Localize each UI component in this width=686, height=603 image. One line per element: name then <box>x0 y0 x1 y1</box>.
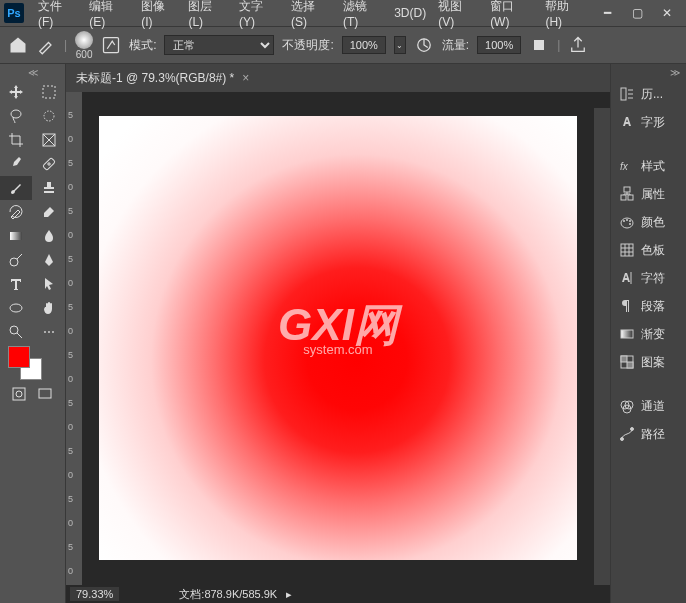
healing-tool[interactable] <box>33 152 65 176</box>
tools-collapse[interactable]: ≪ <box>0 64 65 80</box>
opacity-input[interactable] <box>342 36 386 54</box>
menu-help[interactable]: 帮助(H) <box>539 0 592 29</box>
maximize-button[interactable]: ▢ <box>622 1 652 25</box>
svg-rect-15 <box>621 88 626 100</box>
menu-3d[interactable]: 3D(D) <box>388 6 432 20</box>
stamp-tool[interactable] <box>33 176 65 200</box>
home-icon[interactable] <box>8 35 28 55</box>
zoom-level[interactable]: 79.33% <box>70 587 119 601</box>
close-button[interactable]: ✕ <box>652 1 682 25</box>
panel-gradient[interactable]: 渐变 <box>611 320 686 348</box>
quick-select-tool[interactable] <box>33 104 65 128</box>
brush-preview-dot <box>75 31 93 49</box>
panel-styles[interactable]: fx样式 <box>611 152 686 180</box>
svg-rect-17 <box>624 187 630 192</box>
menu-edit[interactable]: 编辑(E) <box>83 0 135 29</box>
crop-tool[interactable] <box>0 128 32 152</box>
share-icon[interactable] <box>568 35 588 55</box>
canvas-viewport[interactable]: GXI网 system.com <box>82 108 594 585</box>
panel-color[interactable]: 颜色 <box>611 208 686 236</box>
zoom-tool[interactable] <box>0 320 32 344</box>
color-swatches[interactable] <box>0 344 65 380</box>
type-tool[interactable] <box>0 272 32 296</box>
hand-tool[interactable] <box>33 296 65 320</box>
menu-image[interactable]: 图像(I) <box>135 0 182 29</box>
pressure-opacity-icon[interactable] <box>414 35 434 55</box>
quick-mask-icon[interactable] <box>8 384 30 404</box>
move-tool[interactable] <box>0 80 32 104</box>
gradient-tool[interactable] <box>0 224 32 248</box>
panel-glyphs[interactable]: 字形 <box>611 108 686 136</box>
blend-mode-select[interactable]: 正常 <box>164 35 274 55</box>
eyedropper-tool[interactable] <box>0 152 32 176</box>
edit-toolbar[interactable]: ⋯ <box>33 320 65 344</box>
minimize-button[interactable]: ━ <box>592 1 622 25</box>
frame-tool[interactable] <box>33 128 65 152</box>
panel-history[interactable]: 历... <box>611 80 686 108</box>
shape-tool[interactable] <box>0 296 32 320</box>
svg-point-21 <box>623 220 625 222</box>
document-tab[interactable]: 未标题-1 @ 79.3%(RGB/8#) * <box>76 70 234 87</box>
menu-view[interactable]: 视图(V) <box>432 0 484 29</box>
app-logo: Ps <box>4 3 24 23</box>
flow-label: 流量: <box>442 37 469 54</box>
eraser-tool[interactable] <box>33 200 65 224</box>
panel-paths[interactable]: 路径 <box>611 420 686 448</box>
menu-window[interactable]: 窗口(W) <box>484 0 539 29</box>
vertical-scrollbar[interactable] <box>594 108 610 585</box>
menu-select[interactable]: 选择(S) <box>285 0 337 29</box>
svg-rect-3 <box>43 86 55 98</box>
history-brush-tool[interactable] <box>0 200 32 224</box>
svg-rect-18 <box>621 195 626 200</box>
svg-rect-19 <box>628 195 633 200</box>
panel-character[interactable]: 字符 <box>611 264 686 292</box>
brush-tool-icon[interactable] <box>36 35 56 55</box>
svg-rect-14 <box>39 389 51 398</box>
dodge-tool[interactable] <box>0 248 32 272</box>
airbrush-icon[interactable] <box>529 35 549 55</box>
mode-label: 模式: <box>129 37 156 54</box>
svg-rect-29 <box>627 362 633 368</box>
svg-point-33 <box>621 438 624 441</box>
panel-channels[interactable]: 通道 <box>611 392 686 420</box>
svg-rect-25 <box>621 244 633 256</box>
menu-type[interactable]: 文字(Y) <box>233 0 285 29</box>
svg-point-11 <box>10 326 18 334</box>
svg-point-23 <box>629 220 631 222</box>
panels-collapse[interactable]: ≫ <box>611 64 686 80</box>
brush-preview[interactable]: 600 <box>75 31 93 60</box>
foreground-color-swatch[interactable] <box>8 346 30 368</box>
screen-mode-icon[interactable] <box>34 384 56 404</box>
panel-paragraph[interactable]: 段落 <box>611 292 686 320</box>
svg-text:fx: fx <box>620 161 629 172</box>
brush-tool[interactable] <box>0 176 32 200</box>
tab-close-icon[interactable]: × <box>242 71 249 85</box>
menu-layer[interactable]: 图层(L) <box>182 0 233 29</box>
doc-info[interactable]: 文档:878.9K/585.9K ▸ <box>179 587 292 602</box>
ruler-vertical[interactable]: 50505050505050505050 <box>66 108 82 585</box>
marquee-tool[interactable] <box>33 80 65 104</box>
flow-input[interactable] <box>477 36 521 54</box>
opacity-chevron[interactable]: ⌄ <box>394 36 406 54</box>
canvas[interactable]: GXI网 system.com <box>99 116 577 560</box>
menu-filter[interactable]: 滤镜(T) <box>337 0 388 29</box>
panel-pattern[interactable]: 图案 <box>611 348 686 376</box>
lasso-tool[interactable] <box>0 104 32 128</box>
svg-point-10 <box>10 304 22 312</box>
path-select-tool[interactable] <box>33 272 65 296</box>
panels-dock: ≫ 历... 字形 fx样式 属性 颜色 色板 字符 段落 渐变 图案 通道 路… <box>610 64 686 603</box>
document-area: 未标题-1 @ 79.3%(RGB/8#) * × 05010015020025… <box>66 64 610 603</box>
svg-point-9 <box>10 258 18 266</box>
svg-point-4 <box>11 110 21 118</box>
menu-file[interactable]: 文件(F) <box>32 0 83 29</box>
svg-rect-0 <box>104 38 119 53</box>
svg-rect-2 <box>534 40 544 50</box>
menu-bar: Ps 文件(F) 编辑(E) 图像(I) 图层(L) 文字(Y) 选择(S) 滤… <box>0 0 686 26</box>
panel-swatches[interactable]: 色板 <box>611 236 686 264</box>
blur-tool[interactable] <box>33 224 65 248</box>
pen-tool[interactable] <box>33 248 65 272</box>
status-bar: 79.33% 文档:878.9K/585.9K ▸ <box>66 585 610 603</box>
svg-point-5 <box>44 111 54 121</box>
panel-properties[interactable]: 属性 <box>611 180 686 208</box>
brush-panel-icon[interactable] <box>101 35 121 55</box>
